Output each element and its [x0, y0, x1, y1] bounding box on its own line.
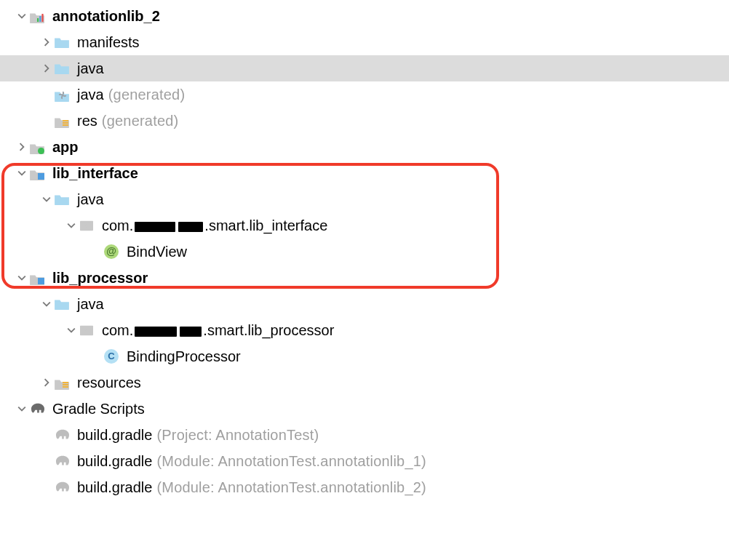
tree-item-label: build.gradle [77, 425, 152, 445]
tree-row[interactable]: java [0, 186, 729, 212]
tree-row[interactable]: annotationlib_2 [0, 3, 729, 29]
tree-item-label: com..smart.lib_processor [102, 321, 334, 340]
tree-item-label: java [77, 85, 104, 105]
tree-row[interactable]: build.gradle(Module: AnnotationTest.anno… [0, 474, 729, 500]
gradle-dark-icon [29, 402, 48, 415]
folder-blue-icon [54, 193, 73, 206]
chevron-down-icon[interactable] [15, 12, 29, 20]
tree-item-label: app [52, 137, 79, 157]
chevron-right-icon[interactable] [39, 64, 54, 73]
tree-row[interactable]: lib_processor [0, 265, 729, 291]
folder-blue-icon [54, 62, 73, 75]
tree-item-label: manifests [77, 33, 140, 52]
svg-rect-0 [37, 18, 39, 22]
redacted-text [178, 222, 203, 232]
tree-row[interactable]: java [0, 291, 729, 317]
tree-row[interactable]: java [0, 55, 729, 81]
chevron-down-icon[interactable] [39, 300, 54, 308]
class-icon: C [103, 348, 122, 364]
svg-rect-14 [63, 384, 68, 385]
tree-row[interactable]: res(generated) [0, 108, 729, 134]
tree-item-label: java [77, 190, 104, 209]
svg-rect-2 [41, 14, 43, 22]
tree-row[interactable]: build.gradle(Module: AnnotationTest.anno… [0, 448, 729, 474]
tree-item-suffix: (generated) [108, 85, 186, 105]
tree-item-suffix: (Module: AnnotationTest.annotationlib_2) [156, 478, 426, 497]
tree-row[interactable]: com..smart.lib_processor [0, 317, 729, 343]
module-blue-icon [29, 167, 48, 180]
chevron-right-icon[interactable] [15, 143, 29, 151]
svg-point-6 [38, 148, 44, 154]
chevron-down-icon[interactable] [15, 273, 29, 282]
tree-item-label: build.gradle [77, 452, 152, 471]
gradle-light-icon [54, 428, 73, 441]
redacted-text [180, 327, 202, 337]
tree-item-label: build.gradle [77, 478, 152, 497]
svg-text:@: @ [106, 245, 116, 257]
folder-fan-icon [54, 88, 73, 101]
tree-row[interactable]: Gradle Scripts [0, 396, 729, 422]
tree-item-label: com..smart.lib_interface [102, 216, 327, 236]
tree-item-label: java [77, 59, 104, 79]
tree-row[interactable]: CBindingProcessor [0, 343, 729, 369]
folder-res-icon [54, 376, 73, 389]
chevron-down-icon[interactable] [64, 221, 79, 230]
tree-item-label: lib_processor [52, 268, 148, 288]
tree-row[interactable]: build.gradle(Project: AnnotationTest) [0, 422, 729, 448]
tree-item-label: java [77, 295, 104, 314]
redacted-text [135, 222, 175, 232]
folder-res-icon [54, 114, 73, 127]
tree-row[interactable]: @BindView [0, 239, 729, 265]
tree-item-label: BindingProcessor [127, 347, 241, 367]
chevron-down-icon[interactable] [15, 169, 29, 177]
chevron-down-icon[interactable] [39, 195, 54, 204]
module-bars-icon [29, 9, 48, 23]
svg-rect-4 [63, 122, 68, 124]
tree-item-label: resources [77, 373, 141, 393]
tree-item-suffix: (Module: AnnotationTest.annotationlib_1) [156, 452, 426, 471]
module-green-icon [29, 140, 48, 153]
gradle-light-icon [54, 481, 73, 494]
package-icon [79, 324, 97, 337]
tree-item-suffix: (Project: AnnotationTest) [156, 425, 319, 445]
tree-item-label: BindView [127, 242, 187, 262]
tree-item-label: annotationlib_2 [52, 7, 160, 26]
svg-rect-15 [63, 386, 68, 388]
chevron-down-icon[interactable] [64, 326, 79, 335]
folder-blue-icon [54, 36, 73, 49]
chevron-right-icon[interactable] [39, 38, 54, 47]
chevron-right-icon[interactable] [39, 378, 54, 387]
tree-row[interactable]: resources [0, 369, 729, 396]
svg-rect-1 [39, 16, 41, 22]
svg-rect-5 [63, 124, 68, 126]
tree-item-label: lib_interface [52, 164, 138, 183]
chevron-down-icon[interactable] [15, 404, 29, 413]
tree-row[interactable]: lib_interface [0, 160, 729, 186]
tree-item-suffix: (generated) [102, 111, 179, 131]
tree-item-label: Gradle Scripts [52, 399, 145, 419]
tree-row[interactable]: app [0, 134, 729, 160]
svg-rect-13 [63, 382, 68, 383]
tree-item-label: res [77, 111, 97, 131]
tree-row[interactable]: com..smart.lib_interface [0, 212, 729, 239]
svg-rect-7 [38, 173, 44, 180]
svg-rect-10 [38, 278, 44, 284]
svg-text:C: C [108, 351, 115, 361]
gradle-light-icon [54, 455, 73, 468]
module-blue-icon [29, 271, 48, 284]
redacted-text [135, 327, 177, 337]
annotation-icon: @ [103, 244, 122, 260]
tree-row[interactable]: java(generated) [0, 81, 729, 108]
package-icon [79, 219, 97, 232]
folder-blue-icon [54, 297, 73, 311]
svg-rect-3 [63, 120, 68, 121]
tree-row[interactable]: manifests [0, 29, 729, 55]
